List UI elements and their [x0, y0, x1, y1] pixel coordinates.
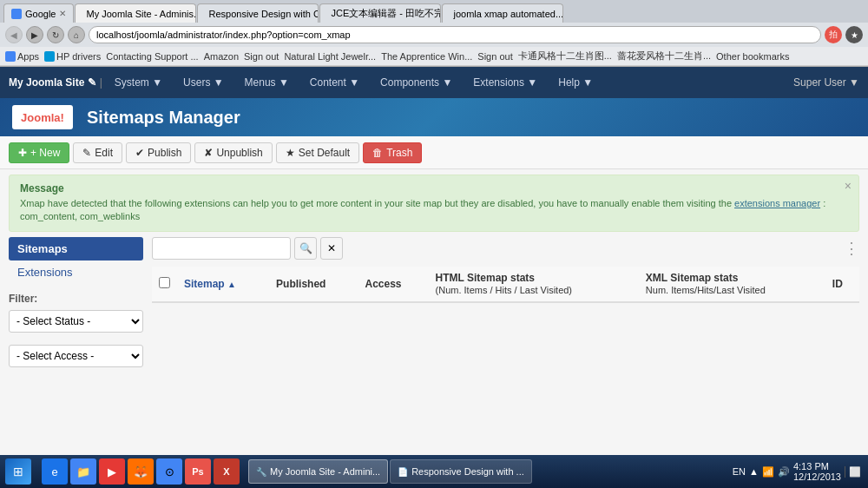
taskbar-icon-ps[interactable]: Ps — [185, 458, 211, 485]
bookmark-apprentice[interactable]: The Apprentice Win... — [381, 51, 472, 62]
search-input[interactable] — [152, 237, 291, 260]
refresh-button[interactable]: ↻ — [47, 26, 64, 43]
sidebar-item-sitemaps[interactable]: Sitemaps — [9, 237, 143, 260]
bookmark-jewelry[interactable]: Natural Light Jewelr... — [284, 51, 376, 62]
bookmark-hp[interactable]: HP drivers — [44, 51, 101, 62]
message-text: Xmap have detected that the following ex… — [20, 197, 848, 224]
tab-close[interactable]: ✕ — [59, 9, 66, 18]
message-close-button[interactable]: × — [845, 179, 852, 193]
unpublish-button[interactable]: ✘ Unpublish — [194, 142, 272, 163]
admin-topbar-left: My Joomla Site ✎ | System ▼ Users ▼ Menu… — [9, 73, 602, 92]
ie-icon: e — [51, 465, 57, 478]
nav-extensions[interactable]: Extensions ▼ — [464, 73, 546, 92]
joomla-logobar: Joomla! Sitemaps Manager — [0, 98, 868, 136]
clear-search-button[interactable]: ✕ — [320, 237, 343, 260]
joomla-logo: Joomla! — [12, 105, 73, 129]
tab-bar: Google ✕ My Joomla Site - Adminis... ✕ R… — [0, 0, 868, 23]
sidebar-item-extensions[interactable]: Extensions — [9, 260, 143, 284]
address-input[interactable] — [89, 26, 821, 43]
bookmark-more[interactable]: Other bookmarks — [716, 51, 789, 62]
bookmark-contacting[interactable]: Contacting Support ... — [106, 51, 198, 62]
th-sitemap[interactable]: Sitemap ▲ — [177, 267, 269, 302]
edit-icon: ✎ — [82, 147, 91, 159]
search-button[interactable]: 🔍 — [294, 237, 317, 260]
new-button[interactable]: ✚ + New — [9, 142, 69, 163]
speaker-icon: 🔊 — [778, 466, 790, 478]
taskbar-icon-firefox[interactable]: 🦊 — [128, 458, 154, 485]
filter-label: Filter: — [9, 293, 143, 305]
status-filter-select[interactable]: - Select Status - Published Unpublished … — [9, 310, 143, 333]
taskbar-icon-ie[interactable]: e — [42, 458, 68, 485]
tab-jce[interactable]: JCE文本编辑器 - 田吃不完... ✕ — [319, 3, 441, 23]
joomla-app-icon: 🔧 — [256, 467, 266, 477]
nav-content[interactable]: Content ▼ — [301, 73, 368, 92]
nav-help[interactable]: Help ▼ — [549, 73, 602, 92]
nav-components[interactable]: Components ▼ — [372, 73, 461, 92]
bookmark-rose[interactable]: 蔷花爱风格十二生肖... — [617, 49, 711, 63]
th-checkbox — [152, 267, 177, 302]
tab-joomla-admin[interactable]: My Joomla Site - Adminis... ✕ — [75, 3, 196, 23]
bookmark-amazon[interactable]: Amazon — [204, 51, 239, 62]
edit-button[interactable]: ✎ Edit — [73, 142, 122, 163]
tab-label: joomla xmap automated... — [453, 9, 563, 19]
tray-icon-1: ▲ — [749, 466, 759, 477]
taskbar-apps: 🔧 My Joomla Site - Admini... 📄 Responsiv… — [245, 459, 726, 484]
tab-responsive[interactable]: Responsive Design with C... ✕ — [197, 3, 319, 23]
nav-users[interactable]: Users ▼ — [174, 73, 233, 92]
admin-super-user[interactable]: Super User ▼ — [793, 76, 859, 89]
tab-label: Responsive Design with C... — [208, 9, 319, 19]
ps-icon: Ps — [192, 466, 203, 477]
taskbar-icon-app[interactable]: X — [214, 458, 240, 485]
joomla-logo-image: Joomla! — [12, 105, 73, 129]
sitemaps-table: Sitemap ▲ Published Access HTML Sitemap … — [152, 267, 859, 303]
th-xml-stats: XML Sitemap stats Num. Items/Hits/Last V… — [639, 267, 825, 302]
clock: 4:13 PM 12/12/2013 — [793, 461, 841, 482]
taskbar-tray: EN ▲ 📶 🔊 4:13 PM 12/12/2013 ⬜ — [726, 461, 868, 482]
bookmark-signout[interactable]: Sign out — [244, 51, 279, 62]
extensions-manager-link[interactable]: extensions manager — [734, 198, 820, 208]
page-title: Sitemaps Manager — [87, 108, 240, 128]
site-name[interactable]: My Joomla Site ✎ — [9, 76, 96, 89]
chrome-icon: ⊙ — [165, 465, 174, 478]
publish-button[interactable]: ✔ Publish — [126, 142, 191, 163]
sidebar: Sitemaps Extensions Filter: - Select Sta… — [9, 237, 143, 367]
extension-button2[interactable]: ★ — [845, 26, 863, 43]
taskbar-app-responsive[interactable]: 📄 Responsive Design with ... — [390, 459, 532, 484]
message-title: Message — [20, 182, 848, 195]
tab-label: My Joomla Site - Adminis... — [86, 9, 196, 19]
select-all-checkbox[interactable] — [159, 277, 170, 288]
main-content: 🔍 ✕ ⋮ Sitemap ▲ — [152, 237, 859, 367]
access-filter-select[interactable]: - Select Access - Public Guest Registere… — [9, 345, 143, 367]
tab-favicon — [11, 9, 22, 19]
tab-label: JCE文本编辑器 - 田吃不完... — [331, 7, 441, 20]
tab-google[interactable]: Google ✕ — [3, 3, 74, 23]
nav-system[interactable]: System ▼ — [106, 73, 171, 92]
scroll-hint[interactable]: ⋮ — [844, 239, 859, 258]
th-html-stats: HTML Sitemap stats (Num. Items / Hits / … — [429, 267, 639, 302]
bookmark-signout2[interactable]: Sign out — [477, 51, 512, 62]
show-desktop-button[interactable]: ⬜ — [845, 466, 861, 478]
taskbar-icon-folder[interactable]: 📁 — [70, 458, 96, 485]
firefox-icon: 🦊 — [134, 465, 148, 478]
forward-button[interactable]: ▶ — [26, 26, 43, 43]
search-bar: 🔍 ✕ ⋮ — [152, 237, 859, 260]
taskbar-app-label2: Responsive Design with ... — [411, 466, 524, 477]
bookmark-cartoon[interactable]: 卡通风格十二生肖图... — [518, 49, 612, 63]
nav-menus[interactable]: Menus ▼ — [236, 73, 298, 92]
language-indicator: EN — [733, 466, 746, 477]
taskbar-icon-chrome[interactable]: ⊙ — [156, 458, 182, 485]
trash-button[interactable]: 🗑 Trash — [363, 142, 422, 163]
home-button[interactable]: ⌂ — [68, 26, 85, 43]
extension-button[interactable]: 拍 — [825, 26, 842, 43]
taskbar-icon-media[interactable]: ▶ — [99, 458, 125, 485]
bookmark-apps[interactable]: Apps — [5, 51, 39, 62]
windows-start-button[interactable]: ⊞ — [5, 458, 31, 485]
back-button[interactable]: ◀ — [5, 26, 23, 43]
tab-xmap[interactable]: joomla xmap automated... ✕ — [442, 3, 563, 23]
taskbar-app-joomla[interactable]: 🔧 My Joomla Site - Admini... — [248, 459, 388, 484]
filter-section: Filter: - Select Status - Published Unpu… — [9, 293, 143, 367]
browser-chrome: Google ✕ My Joomla Site - Adminis... ✕ R… — [0, 0, 868, 67]
new-icon: ✚ — [18, 147, 27, 159]
publish-icon: ✔ — [135, 147, 144, 159]
set-default-button[interactable]: ★ Set Default — [276, 142, 359, 163]
